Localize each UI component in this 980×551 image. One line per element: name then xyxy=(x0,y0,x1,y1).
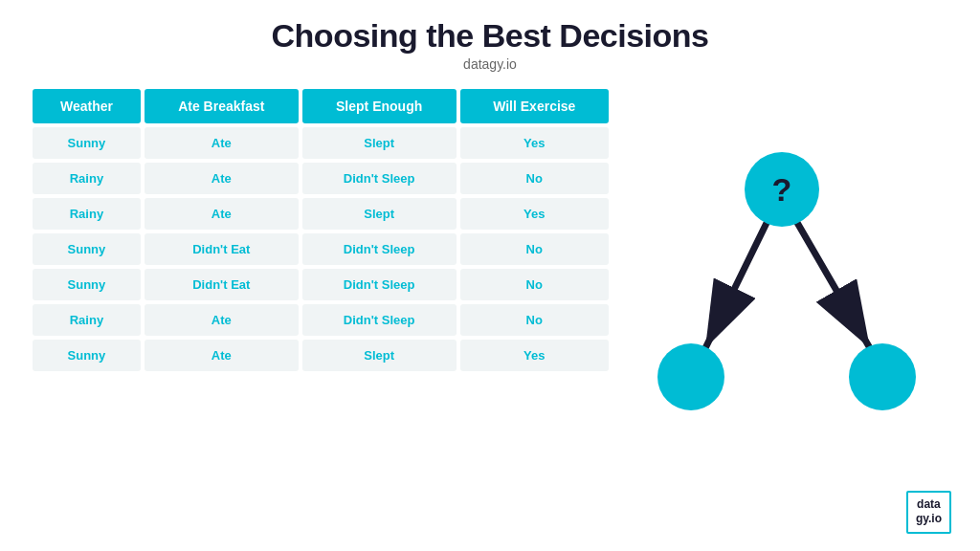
header-row: WeatherAte BreakfastSlept EnoughWill Exe… xyxy=(33,89,609,123)
table-cell-3-1: Didn't Eat xyxy=(145,233,299,265)
table-row: SunnyDidn't EatDidn't SleepNo xyxy=(33,269,609,300)
table-cell-6-2: Slept xyxy=(302,340,457,371)
table-cell-3-3: No xyxy=(460,233,609,265)
logo-line1: data xyxy=(917,497,941,511)
table-cell-0-0: Sunny xyxy=(33,127,141,159)
svg-line-3 xyxy=(796,221,870,348)
tree-left-node xyxy=(657,343,724,410)
table-row: SunnyAteSleptYes xyxy=(33,127,609,159)
page-wrapper: Choosing the Best Decisions datagy.io We… xyxy=(0,0,980,551)
tree-root-node: ? xyxy=(745,152,819,227)
table-cell-1-2: Didn't Sleep xyxy=(302,163,457,194)
table-cell-3-0: Sunny xyxy=(33,233,141,265)
table-cell-3-2: Didn't Sleep xyxy=(302,233,457,265)
table-cell-5-1: Ate xyxy=(145,304,299,336)
table-row: SunnyAteSleptYes xyxy=(33,340,609,371)
table-cell-2-3: Yes xyxy=(460,198,609,230)
tree-right-node xyxy=(849,343,916,410)
header-cell-0: Weather xyxy=(33,89,141,123)
tree-root-label: ? xyxy=(772,171,792,209)
tree-diagram: ? xyxy=(629,143,935,430)
table-section: WeatherAte BreakfastSlept EnoughWill Exe… xyxy=(29,85,612,375)
header-cell-1: Ate Breakfast xyxy=(145,89,299,123)
table-cell-5-2: Didn't Sleep xyxy=(302,304,457,336)
table-body: SunnyAteSleptYesRainyAteDidn't SleepNoRa… xyxy=(33,127,609,371)
table-cell-0-3: Yes xyxy=(460,127,609,159)
logo-line2: gy.io xyxy=(916,512,942,525)
table-cell-2-1: Ate xyxy=(145,198,299,230)
table-cell-2-0: Rainy xyxy=(33,198,141,230)
table-cell-4-2: Didn't Sleep xyxy=(302,269,457,300)
table-cell-1-3: No xyxy=(460,163,609,194)
table-row: SunnyDidn't EatDidn't SleepNo xyxy=(33,233,609,265)
content-row: WeatherAte BreakfastSlept EnoughWill Exe… xyxy=(29,85,951,487)
data-table: WeatherAte BreakfastSlept EnoughWill Exe… xyxy=(29,85,612,375)
table-cell-4-0: Sunny xyxy=(33,269,141,300)
table-cell-6-3: Yes xyxy=(460,340,609,371)
header-cell-2: Slept Enough xyxy=(302,89,457,123)
page-subtitle: datagy.io xyxy=(463,56,517,72)
table-cell-5-0: Rainy xyxy=(33,304,141,336)
table-header: WeatherAte BreakfastSlept EnoughWill Exe… xyxy=(33,89,609,123)
table-cell-0-1: Ate xyxy=(145,127,299,159)
table-cell-4-3: No xyxy=(460,269,609,300)
table-row: RainyAteSleptYes xyxy=(33,198,609,230)
table-row: RainyAteDidn't SleepNo xyxy=(33,163,609,194)
datagy-logo: data gy.io xyxy=(906,491,951,534)
table-cell-6-1: Ate xyxy=(145,340,299,371)
table-cell-6-0: Sunny xyxy=(33,340,141,371)
tree-section: ? xyxy=(612,85,951,487)
table-row: RainyAteDidn't SleepNo xyxy=(33,304,609,336)
header-cell-3: Will Exercise xyxy=(460,89,609,123)
table-cell-4-1: Didn't Eat xyxy=(145,269,299,300)
table-cell-1-1: Ate xyxy=(145,163,299,194)
table-cell-1-0: Rainy xyxy=(33,163,141,194)
svg-line-2 xyxy=(705,221,768,348)
table-cell-0-2: Slept xyxy=(302,127,457,159)
page-title: Choosing the Best Decisions xyxy=(272,17,709,55)
table-cell-5-3: No xyxy=(460,304,609,336)
table-cell-2-2: Slept xyxy=(302,198,457,230)
